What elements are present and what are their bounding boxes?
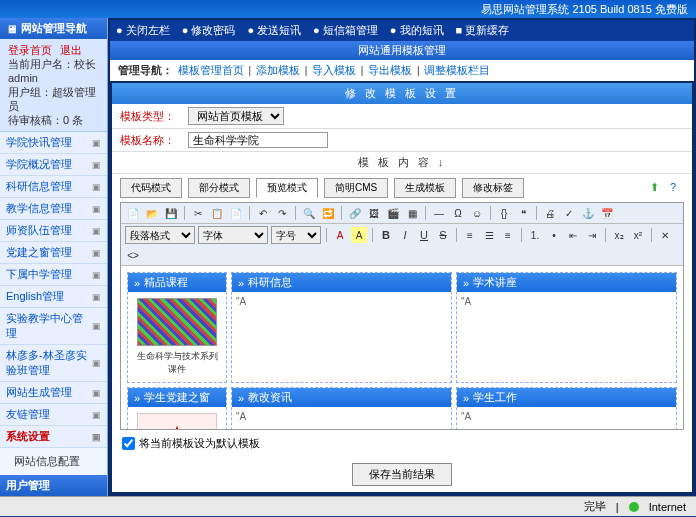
window-titlebar: 易思网站管理系统 2105 Build 0815 免费版 (0, 0, 696, 18)
check-icon[interactable]: ✓ (561, 205, 577, 221)
menu-item[interactable]: English管理▣ (0, 286, 107, 308)
cell-research[interactable]: »科研信息 "A (231, 272, 452, 383)
image-icon[interactable]: 🖼 (366, 205, 382, 221)
tab-partial[interactable]: 部分模式 (188, 178, 250, 198)
emoji-icon[interactable]: ☺ (469, 205, 485, 221)
bold-icon[interactable]: B (378, 227, 394, 243)
menu-item[interactable]: 教学信息管理▣ (0, 198, 107, 220)
table-icon[interactable]: ▦ (404, 205, 420, 221)
user-mgmt-header[interactable]: 用户管理 (0, 475, 107, 496)
menu-item[interactable]: 网站生成管理▣ (0, 382, 107, 404)
menu-item[interactable]: 科研信息管理▣ (0, 176, 107, 198)
subnav-link[interactable]: 导入模板 (312, 64, 356, 76)
tab-gen[interactable]: 生成模板 (394, 178, 456, 198)
toolbar-row-2: 段落格式 字体 字号 A A B I U S ≡ ☰ ≡ 1. (121, 224, 683, 266)
indent-icon[interactable]: ⇥ (584, 227, 600, 243)
source-icon[interactable]: <> (125, 247, 141, 263)
monitor-icon: 🖥 (6, 23, 17, 35)
menu-item[interactable]: 下属中学管理▣ (0, 264, 107, 286)
top-menu-item[interactable]: ● 发送短讯 (247, 23, 301, 38)
top-menu-item[interactable]: ■ 更新缓存 (456, 23, 510, 38)
paste-icon[interactable]: 📄 (228, 205, 244, 221)
tab-code[interactable]: 代码模式 (120, 178, 182, 198)
subnav-link[interactable]: 模板管理首页 (178, 64, 244, 76)
submenu-item[interactable]: 网站信息配置 (0, 448, 107, 475)
anchor-icon[interactable]: ⚓ (580, 205, 596, 221)
align-center-icon[interactable]: ☰ (481, 227, 497, 243)
menu-item[interactable]: 党建之窗管理▣ (0, 242, 107, 264)
tab-preview[interactable]: 预览模式 (256, 178, 318, 198)
code-icon[interactable]: {} (496, 205, 512, 221)
tab-cms[interactable]: 简明CMS (324, 178, 388, 198)
cell-featured[interactable]: »精品课程 生命科学与技术系列课件 (127, 272, 227, 383)
media-icon[interactable]: 🎬 (385, 205, 401, 221)
thumb-image: ★ (137, 413, 217, 429)
link-icon[interactable]: 🔗 (347, 205, 363, 221)
cell-lecture[interactable]: »学术讲座 "A (456, 272, 677, 383)
cell-party[interactable]: »学生党建之窗 ★ (127, 387, 227, 429)
copy-icon[interactable]: 📋 (209, 205, 225, 221)
expand-icon[interactable]: ⬆ (650, 181, 664, 195)
style-select[interactable]: 段落格式 (125, 226, 195, 244)
type-row: 模板类型： 网站首页模板 (112, 104, 692, 129)
redo-icon[interactable]: ↷ (274, 205, 290, 221)
find-icon[interactable]: 🔍 (301, 205, 317, 221)
top-menu-item[interactable]: ● 我的短讯 (390, 23, 444, 38)
menu-item[interactable]: 林彦多-林圣彦实验班管理▣ (0, 345, 107, 382)
undo-icon[interactable]: ↶ (255, 205, 271, 221)
sidebar-menu: 学院快讯管理▣ 学院概况管理▣ 科研信息管理▣ 教学信息管理▣ 师资队伍管理▣ … (0, 132, 107, 475)
char-icon[interactable]: Ω (450, 205, 466, 221)
cut-icon[interactable]: ✂ (190, 205, 206, 221)
subnav-link[interactable]: 添加模板 (256, 64, 300, 76)
net-icon (629, 502, 639, 512)
outdent-icon[interactable]: ⇤ (565, 227, 581, 243)
save-button[interactable]: 保存当前结果 (352, 463, 452, 486)
editor-canvas[interactable]: »精品课程 生命科学与技术系列课件 »科研信息 "A »学术讲座 "A »学 (121, 266, 683, 429)
sys-header[interactable]: 系统设置▣ (0, 426, 107, 448)
date-icon[interactable]: 📅 (599, 205, 615, 221)
color-icon[interactable]: A (332, 227, 348, 243)
bgcolor-icon[interactable]: A (351, 227, 367, 243)
list-ul-icon[interactable]: • (546, 227, 562, 243)
underline-icon[interactable]: U (416, 227, 432, 243)
home-link[interactable]: 登录首页 (8, 44, 52, 56)
sup-icon[interactable]: x² (630, 227, 646, 243)
subnav-link[interactable]: 调整模板栏目 (424, 64, 490, 76)
cell-student[interactable]: »学生工作 "A (456, 387, 677, 429)
italic-icon[interactable]: I (397, 227, 413, 243)
sub-icon[interactable]: x₂ (611, 227, 627, 243)
font-select[interactable]: 字体 (198, 226, 268, 244)
status-bar: 完毕 | Internet (0, 496, 696, 516)
sidebar-header: 🖥 网站管理导航 (0, 18, 107, 39)
top-menu-item[interactable]: ● 短信箱管理 (313, 23, 378, 38)
new-icon[interactable]: 📄 (125, 205, 141, 221)
default-checkbox[interactable] (122, 437, 135, 450)
cell-reform[interactable]: »教改资讯 "A (231, 387, 452, 429)
clean-icon[interactable]: ✕ (657, 227, 673, 243)
logout-link[interactable]: 退出 (60, 44, 82, 56)
top-menu-item[interactable]: ● 修改密码 (182, 23, 236, 38)
type-select[interactable]: 网站首页模板 (188, 107, 284, 125)
hr-icon[interactable]: — (431, 205, 447, 221)
list-ol-icon[interactable]: 1. (527, 227, 543, 243)
align-left-icon[interactable]: ≡ (462, 227, 478, 243)
menu-item[interactable]: 师资队伍管理▣ (0, 220, 107, 242)
replace-icon[interactable]: 🔁 (320, 205, 336, 221)
name-input[interactable] (188, 132, 328, 148)
print-icon[interactable]: 🖨 (542, 205, 558, 221)
help-icon[interactable]: ? (670, 181, 684, 195)
menu-item[interactable]: 友链管理▣ (0, 404, 107, 426)
top-menu-item[interactable]: ● 关闭左栏 (116, 23, 170, 38)
save-icon[interactable]: 💾 (163, 205, 179, 221)
tab-modtag[interactable]: 修改标签 (462, 178, 524, 198)
submit-row: 保存当前结果 (112, 457, 692, 492)
subnav-link[interactable]: 导出模板 (368, 64, 412, 76)
menu-item[interactable]: 学院快讯管理▣ (0, 132, 107, 154)
menu-item[interactable]: 学院概况管理▣ (0, 154, 107, 176)
open-icon[interactable]: 📂 (144, 205, 160, 221)
quote-icon[interactable]: ❝ (515, 205, 531, 221)
strike-icon[interactable]: S (435, 227, 451, 243)
size-select[interactable]: 字号 (271, 226, 321, 244)
align-right-icon[interactable]: ≡ (500, 227, 516, 243)
menu-item[interactable]: 实验教学中心管理▣ (0, 308, 107, 345)
